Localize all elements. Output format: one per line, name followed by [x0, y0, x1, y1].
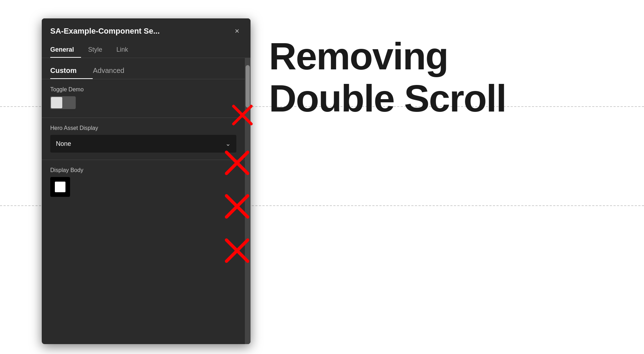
heading-text: Removing Double Scroll — [269, 35, 506, 120]
scroll-padding — [42, 204, 245, 275]
scrollbar-thumb[interactable] — [246, 65, 250, 108]
panel-header: SA-Example-Component Se... × — [42, 18, 251, 42]
tab-link[interactable]: Link — [116, 42, 135, 58]
toggle-demo-control — [50, 96, 236, 109]
hero-asset-dropdown[interactable]: None ⌄ — [50, 135, 236, 153]
heading-line1: Removing Double Scroll — [269, 35, 506, 120]
inner-tabs: Custom Advanced — [42, 58, 245, 79]
toggle-demo-label: Toggle Demo — [50, 86, 236, 93]
dropdown-value: None — [56, 140, 71, 148]
chevron-down-icon: ⌄ — [225, 140, 231, 148]
tab-style[interactable]: Style — [88, 42, 109, 58]
scrollbar-track[interactable] — [245, 58, 251, 344]
hero-asset-section: Hero Asset Display None ⌄ — [42, 118, 245, 160]
display-body-toggle[interactable] — [50, 177, 70, 197]
tab-custom[interactable]: Custom — [50, 64, 82, 79]
toggle-demo-section: Toggle Demo — [42, 79, 245, 118]
display-body-section: Display Body — [42, 160, 245, 204]
hero-asset-label: Hero Asset Display — [50, 125, 236, 131]
panel-body: Custom Advanced Toggle Demo Hero A — [42, 58, 251, 344]
display-body-inner — [55, 182, 65, 192]
display-body-label: Display Body — [50, 167, 236, 173]
main-tabs: General Style Link — [42, 42, 251, 58]
toggle-thumb — [51, 97, 62, 108]
tab-general[interactable]: General — [50, 42, 81, 58]
panel-content-scroll[interactable]: Custom Advanced Toggle Demo Hero A — [42, 58, 245, 344]
toggle-switch[interactable] — [50, 96, 76, 109]
tab-advanced[interactable]: Advanced — [93, 64, 130, 79]
settings-panel: SA-Example-Component Se... × General Sty… — [42, 18, 251, 344]
close-button[interactable]: × — [232, 26, 242, 36]
panel-title: SA-Example-Component Se... — [50, 27, 160, 36]
